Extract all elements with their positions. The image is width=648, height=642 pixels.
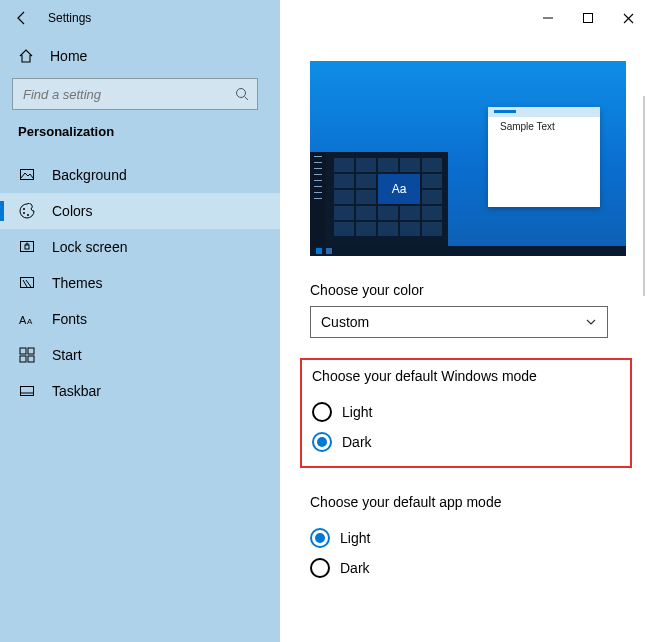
sidebar-item-label: Colors [52, 203, 92, 219]
sidebar-item-label: Start [52, 347, 82, 363]
option-label: Light [340, 530, 370, 546]
sidebar-item-label: Taskbar [52, 383, 101, 399]
choose-color-label: Choose your color [310, 282, 630, 298]
radio-icon [312, 402, 332, 422]
colors-icon [18, 203, 36, 219]
preview-window: Sample Text [488, 107, 600, 207]
sidebar-home-label: Home [50, 48, 87, 64]
themes-icon [18, 275, 36, 291]
maximize-button[interactable] [568, 3, 608, 33]
radio-icon [310, 528, 330, 548]
sidebar-item-background[interactable]: Background [0, 157, 280, 193]
svg-rect-9 [25, 245, 29, 249]
taskbar-icon [18, 383, 36, 399]
sidebar-item-themes[interactable]: Themes [0, 265, 280, 301]
svg-text:A: A [27, 317, 33, 326]
sidebar-item-label: Lock screen [52, 239, 127, 255]
svg-point-7 [27, 214, 29, 216]
search-field[interactable] [13, 87, 227, 102]
windows-mode-option-dark[interactable]: Dark [312, 432, 602, 452]
window-title: Settings [48, 11, 91, 25]
fonts-icon: AA [18, 311, 36, 327]
windows-mode-label: Choose your default Windows mode [312, 368, 602, 384]
svg-rect-13 [20, 348, 26, 354]
main-content: Colors Sample Text Aa [280, 0, 648, 642]
svg-point-6 [23, 212, 25, 214]
svg-point-2 [237, 89, 246, 98]
search-input[interactable] [12, 78, 258, 110]
svg-rect-17 [21, 387, 34, 396]
choose-color-value: Custom [321, 314, 369, 330]
sidebar-item-label: Background [52, 167, 127, 183]
sidebar-item-fonts[interactable]: AAFonts [0, 301, 280, 337]
sidebar: Home Personalization BackgroundColorsLoc… [0, 0, 280, 642]
option-label: Dark [342, 434, 372, 450]
choose-color-dropdown[interactable]: Custom [310, 306, 608, 338]
background-icon [18, 167, 36, 183]
back-button[interactable] [8, 10, 36, 26]
windows-mode-highlight: Choose your default Windows mode LightDa… [300, 358, 632, 468]
sidebar-group-title: Personalization [0, 124, 280, 157]
sidebar-item-start[interactable]: Start [0, 337, 280, 373]
minimize-button[interactable] [528, 3, 568, 33]
preview-sample-text: Sample Text [500, 121, 555, 132]
option-label: Dark [340, 560, 370, 576]
svg-rect-16 [28, 356, 34, 362]
app-mode-option-light[interactable]: Light [310, 528, 630, 548]
preview-start: Aa [310, 152, 448, 256]
sidebar-item-taskbar[interactable]: Taskbar [0, 373, 280, 409]
radio-icon [310, 558, 330, 578]
option-label: Light [342, 404, 372, 420]
sidebar-item-label: Themes [52, 275, 103, 291]
radio-icon [312, 432, 332, 452]
sidebar-item-lock-screen[interactable]: Lock screen [0, 229, 280, 265]
home-icon [18, 48, 34, 64]
sidebar-item-colors[interactable]: Colors [0, 193, 280, 229]
svg-rect-14 [28, 348, 34, 354]
search-icon [227, 87, 257, 101]
sidebar-item-label: Fonts [52, 311, 87, 327]
lockscreen-icon [18, 239, 36, 255]
svg-line-3 [245, 97, 249, 101]
windows-mode-option-light[interactable]: Light [312, 402, 602, 422]
close-button[interactable] [608, 3, 648, 33]
start-icon [18, 347, 36, 363]
app-mode-label: Choose your default app mode [310, 494, 630, 510]
svg-rect-15 [20, 356, 26, 362]
svg-text:A: A [19, 314, 27, 326]
chevron-down-icon [585, 316, 597, 328]
preview-accent-tile: Aa [378, 174, 420, 204]
sidebar-nav: BackgroundColorsLock screenThemesAAFonts… [0, 157, 280, 409]
svg-rect-1 [584, 14, 593, 23]
titlebar: Settings [0, 0, 280, 36]
scrollbar[interactable] [643, 96, 645, 296]
app-mode-option-dark[interactable]: Dark [310, 558, 630, 578]
svg-point-5 [23, 208, 25, 210]
sidebar-home[interactable]: Home [0, 38, 280, 72]
color-preview: Sample Text Aa [310, 61, 626, 256]
